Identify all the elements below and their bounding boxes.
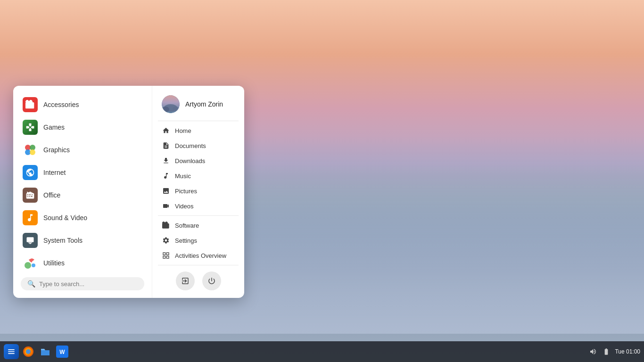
menu-item-internet[interactable]: Internet bbox=[17, 161, 148, 184]
svg-text:W: W bbox=[59, 349, 65, 355]
translate-taskbar-icon[interactable]: W bbox=[55, 344, 70, 359]
svg-rect-16 bbox=[166, 256, 169, 258]
pictures-label: Pictures bbox=[175, 188, 197, 195]
taskbar-left: W bbox=[4, 344, 588, 359]
menu-item-games[interactable]: Games bbox=[17, 116, 148, 139]
internet-icon bbox=[23, 165, 38, 180]
games-label: Games bbox=[43, 123, 65, 131]
music-label: Music bbox=[175, 173, 191, 180]
sound-video-icon bbox=[23, 210, 38, 225]
app-menu: Accessories Games Graphics bbox=[13, 86, 244, 298]
search-section: 🔍 bbox=[17, 274, 148, 290]
svg-point-11 bbox=[162, 107, 169, 112]
svg-point-3 bbox=[30, 149, 35, 155]
office-label: Office bbox=[43, 191, 60, 199]
menu-item-office[interactable]: Office bbox=[17, 184, 148, 206]
search-input-wrap[interactable]: 🔍 bbox=[21, 277, 144, 290]
volume-icon[interactable] bbox=[588, 347, 598, 356]
right-item-videos[interactable]: Videos bbox=[158, 198, 239, 214]
svg-rect-14 bbox=[166, 253, 169, 255]
svg-rect-5 bbox=[28, 243, 32, 244]
software-label: Software bbox=[175, 222, 199, 229]
activities-icon bbox=[162, 251, 170, 260]
accessories-label: Accessories bbox=[43, 101, 79, 108]
svg-point-8 bbox=[32, 263, 35, 267]
menu-left-panel: Accessories Games Graphics bbox=[13, 86, 152, 298]
games-icon bbox=[23, 120, 38, 135]
menu-item-system-tools[interactable]: System Tools bbox=[17, 229, 148, 252]
search-icon: 🔍 bbox=[27, 280, 35, 288]
music-icon bbox=[162, 172, 170, 180]
user-avatar bbox=[162, 95, 180, 113]
taskbar: W Tue 01:00 bbox=[0, 341, 644, 362]
menu-item-accessories[interactable]: Accessories bbox=[17, 93, 148, 116]
battery-icon[interactable] bbox=[602, 347, 611, 356]
zorin-app-menu-button[interactable] bbox=[4, 344, 19, 359]
right-item-downloads[interactable]: Downloads bbox=[158, 153, 239, 168]
accessories-icon bbox=[23, 97, 38, 112]
utilities-icon bbox=[23, 255, 38, 271]
divider-1 bbox=[158, 121, 239, 121]
documents-label: Documents bbox=[175, 142, 206, 149]
menu-item-utilities[interactable]: Utilities bbox=[17, 252, 148, 274]
logout-button[interactable] bbox=[176, 272, 195, 290]
right-item-documents[interactable]: Documents bbox=[158, 138, 239, 153]
firefox-taskbar-icon[interactable] bbox=[21, 344, 36, 359]
right-item-settings[interactable]: Settings bbox=[158, 233, 239, 248]
system-tools-icon bbox=[23, 233, 38, 248]
utilities-label: Utilities bbox=[43, 259, 65, 267]
videos-icon bbox=[162, 202, 170, 210]
svg-rect-15 bbox=[163, 256, 165, 258]
files-taskbar-icon[interactable] bbox=[38, 344, 53, 359]
right-item-software[interactable]: Software bbox=[158, 218, 239, 233]
taskbar-right: Tue 01:00 bbox=[588, 347, 640, 356]
taskbar-clock: Tue 01:00 bbox=[615, 348, 640, 355]
settings-icon bbox=[162, 236, 170, 245]
sound-video-label: Sound & Video bbox=[43, 214, 87, 222]
right-item-home[interactable]: Home bbox=[158, 123, 239, 138]
bottom-actions bbox=[158, 268, 239, 290]
search-input[interactable] bbox=[39, 280, 138, 288]
downloads-icon bbox=[162, 156, 170, 165]
svg-rect-13 bbox=[163, 253, 165, 255]
divider-2 bbox=[158, 215, 239, 216]
avatar-image bbox=[162, 95, 180, 113]
documents-icon bbox=[162, 141, 170, 150]
settings-label: Settings bbox=[175, 237, 197, 244]
user-section: Artyom Zorin bbox=[158, 93, 239, 119]
pictures-icon bbox=[162, 187, 170, 195]
system-tools-label: System Tools bbox=[43, 237, 83, 244]
software-icon bbox=[162, 221, 170, 230]
activities-label: Activities Overview bbox=[175, 252, 226, 259]
menu-item-graphics[interactable]: Graphics bbox=[17, 139, 148, 161]
videos-label: Videos bbox=[175, 203, 194, 210]
svg-rect-6 bbox=[30, 243, 31, 244]
menu-item-sound-video[interactable]: Sound & Video bbox=[17, 206, 148, 229]
menu-right-panel: Artyom Zorin Home Documents Downloads bbox=[152, 86, 244, 298]
power-button[interactable] bbox=[202, 272, 221, 290]
svg-point-12 bbox=[173, 107, 179, 111]
graphics-label: Graphics bbox=[43, 146, 70, 154]
user-name-label: Artyom Zorin bbox=[185, 100, 223, 108]
office-icon bbox=[23, 188, 38, 203]
right-item-pictures[interactable]: Pictures bbox=[158, 183, 239, 198]
home-label: Home bbox=[175, 127, 191, 134]
right-item-activities[interactable]: Activities Overview bbox=[158, 248, 239, 263]
right-item-music[interactable]: Music bbox=[158, 168, 239, 183]
svg-rect-4 bbox=[27, 237, 34, 242]
graphics-icon bbox=[23, 142, 38, 157]
downloads-label: Downloads bbox=[175, 157, 205, 165]
home-icon bbox=[162, 126, 170, 135]
divider-3 bbox=[158, 265, 239, 265]
internet-label: Internet bbox=[43, 169, 66, 176]
svg-point-7 bbox=[25, 262, 31, 269]
